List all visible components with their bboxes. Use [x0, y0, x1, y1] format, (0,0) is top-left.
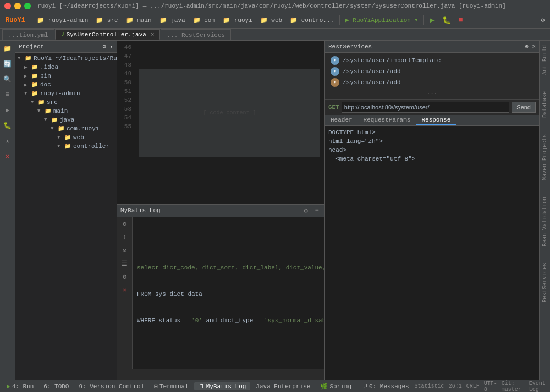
maven-projects-tab[interactable]: Maven Projects: [542, 134, 548, 180]
tree-src[interactable]: ▼ 📁 src: [15, 98, 117, 107]
hierarchy-icon[interactable]: ≡: [2, 89, 13, 100]
tab-rest-services[interactable]: ... RestServices: [161, 29, 231, 40]
toolbar-main[interactable]: 📁 main: [123, 15, 155, 25]
spring-tab[interactable]: 🌿 Spring: [316, 382, 356, 390]
log-filter-icon[interactable]: ⚙: [120, 219, 130, 229]
messages-tab[interactable]: 🗨 0: Messages: [357, 382, 414, 390]
window-title: ruoyi [~/IdeaProjects/RuoYi] — .../ruoyi…: [31, 3, 513, 9]
tab-header[interactable]: Header: [325, 115, 358, 125]
toolbar-src[interactable]: 📁 src: [92, 15, 121, 25]
tree-idea[interactable]: ▶ 📁 .idea: [15, 63, 117, 71]
minimize-button[interactable]: [14, 3, 21, 9]
com-label: com.ruoyi: [67, 125, 99, 132]
todo-tab[interactable]: 6: TODO: [39, 383, 73, 390]
log-scroll-icon[interactable]: ↕: [120, 233, 130, 242]
tree-web[interactable]: ▼ 📁 web: [15, 133, 117, 142]
status-git: Git: master: [502, 380, 525, 393]
toolbar-separator-1: [31, 15, 31, 25]
project-tree: ▼ 📁 RuoYi ~/IdeaProjects/RuoYi ▶ 📁 .idea…: [15, 53, 117, 381]
bin-folder-icon: 📁: [31, 72, 38, 80]
close-button[interactable]: [4, 3, 11, 9]
tree-main[interactable]: ▼ 📁 main: [15, 107, 117, 115]
tree-doc[interactable]: ▶ 📁 doc: [15, 80, 117, 89]
toolbar-com[interactable]: 📁 com: [190, 15, 218, 25]
find-icon[interactable]: 🔍: [2, 74, 13, 85]
rest-services-list: P /system/user/importTemplate P /system/…: [325, 53, 539, 100]
statistic-tab[interactable]: Statistic: [415, 383, 444, 389]
tree-java[interactable]: ▼ 📁 java: [15, 115, 117, 124]
toolbar-java[interactable]: 📁 java: [156, 15, 189, 25]
tree-com-ruoyi[interactable]: ▼ 📁 com.ruoyi: [15, 124, 117, 133]
bean-validation-tab[interactable]: Bean Validation: [542, 197, 548, 246]
toolbar-ruoyi-admin[interactable]: 📁 ruoyi-admin: [34, 15, 91, 25]
code-content[interactable]: [ code content ]: [135, 41, 324, 205]
run-button[interactable]: ▶: [426, 14, 437, 26]
toolbar-web[interactable]: 📁 web: [257, 15, 285, 25]
project-settings-icon[interactable]: ⚙ ▾: [102, 43, 113, 50]
log-line-where1: WHERE status = '0' and dict_type = 'sys_…: [137, 316, 320, 325]
mybatis-log-tab[interactable]: 🗒 MyBatis Log: [194, 382, 251, 390]
stop-button[interactable]: ■: [455, 15, 466, 25]
run-tab[interactable]: ▶ 4: Run: [2, 382, 38, 390]
log-settings-icon[interactable]: ⚙: [301, 206, 310, 215]
title-bar: ruoyi [~/IdeaProjects/RuoYi] — .../ruoyi…: [0, 0, 550, 12]
web-label: web: [73, 134, 84, 141]
log-settings2-icon[interactable]: ⚙: [120, 272, 130, 282]
project-panel: Project ⚙ ▾ ▼ 📁 RuoYi ~/IdeaProjects/Ruo…: [15, 41, 117, 381]
tab-tion-yml[interactable]: ...tion.yml: [2, 29, 54, 40]
messages-icon: 🗨: [361, 383, 367, 390]
ln-55: 55: [117, 122, 131, 131]
log-list-icon[interactable]: ☰: [120, 259, 130, 269]
ln-53: 53: [117, 104, 131, 113]
java-folder-icon: 📁: [51, 116, 58, 124]
mybatis-log-header: MyBatis Log ⚙ −: [117, 205, 324, 217]
toolbar-ruoyi[interactable]: 📁 ruoyi: [219, 15, 256, 25]
debug-sidebar-icon[interactable]: 🐛: [2, 120, 13, 131]
log-clear-icon[interactable]: ⊘: [120, 246, 130, 256]
log-line-select1: select dict_code, dict_sort, dict_label,…: [137, 263, 320, 272]
run-sidebar-icon[interactable]: ▶: [2, 104, 13, 115]
tab-sysuser-controller[interactable]: J SysUserController.java ×: [55, 29, 161, 40]
commit-icon[interactable]: 🔄: [2, 58, 13, 69]
send-button[interactable]: Send: [512, 102, 536, 113]
left-sidebar-icons: 📁 🔄 🔍 ≡ ▶ 🐛 ★ ✕: [0, 41, 15, 381]
request-url-input[interactable]: [342, 102, 509, 113]
tree-controller[interactable]: ▼ 📁 controller: [15, 142, 117, 151]
rest-item-import[interactable]: P /system/user/importTemplate: [328, 55, 536, 66]
rest-url-1: /system/user/importTemplate: [343, 57, 441, 64]
rest-services-side-tab[interactable]: RestServices: [542, 263, 548, 302]
toolbar-controller[interactable]: 📁 contro...: [287, 15, 337, 25]
toolbar-separator-3: [424, 15, 424, 25]
log-close-icon[interactable]: ✕: [120, 285, 130, 295]
bookmark-icon[interactable]: ★: [2, 135, 13, 146]
rest-item-add-post[interactable]: P /system/user/add: [328, 66, 536, 77]
tab-response[interactable]: Response: [416, 115, 456, 125]
main-toolbar: RuoYi 📁 ruoyi-admin 📁 src 📁 main 📁 java …: [0, 12, 550, 29]
log-content-area[interactable]: ────────────────────────────────────────…: [133, 217, 324, 369]
terminal-tab[interactable]: ⊞ Terminal: [150, 382, 193, 390]
version-control-tab[interactable]: 9: Version Control: [74, 383, 148, 390]
maximize-button[interactable]: [24, 3, 31, 9]
event-log-tab[interactable]: Event Log: [529, 380, 548, 393]
ln-51: 51: [117, 87, 131, 96]
database-tab[interactable]: Database: [542, 91, 548, 118]
rest-header-icons[interactable]: ⚙ ×: [525, 43, 536, 50]
ant-build-tab[interactable]: Ant Build: [542, 45, 548, 75]
toolbar-run-config[interactable]: ▶ RuoYiApplication ▾: [342, 15, 421, 25]
bottom-toolbar: ▶ 4: Run 6: TODO 9: Version Control ⊞ Te…: [0, 380, 550, 392]
log-minimize-icon[interactable]: −: [312, 206, 321, 215]
settings-icon[interactable]: ⚙: [537, 15, 548, 25]
stop-sidebar-icon[interactable]: ✕: [2, 151, 13, 162]
close-tab-icon[interactable]: ×: [151, 31, 155, 38]
rest-item-add-put[interactable]: P /system/user/add: [328, 77, 536, 88]
project-icon[interactable]: 📁: [2, 43, 13, 54]
tree-ruoyi-root[interactable]: ▼ 📁 RuoYi ~/IdeaProjects/RuoYi: [15, 54, 117, 63]
tree-ruoyi-admin[interactable]: ▼ 📁 ruoyi-admin: [15, 89, 117, 98]
status-charset: UTF-8: [484, 380, 497, 393]
debug-button[interactable]: 🐛: [439, 15, 454, 26]
toolbar-logo: RuoYi: [2, 15, 29, 25]
tab-request-params[interactable]: RequestParams: [358, 115, 416, 125]
tree-bin[interactable]: ▶ 📁 bin: [15, 71, 117, 80]
window-controls: [4, 3, 31, 9]
java-enterprise-tab[interactable]: Java Enterprise: [251, 383, 315, 390]
